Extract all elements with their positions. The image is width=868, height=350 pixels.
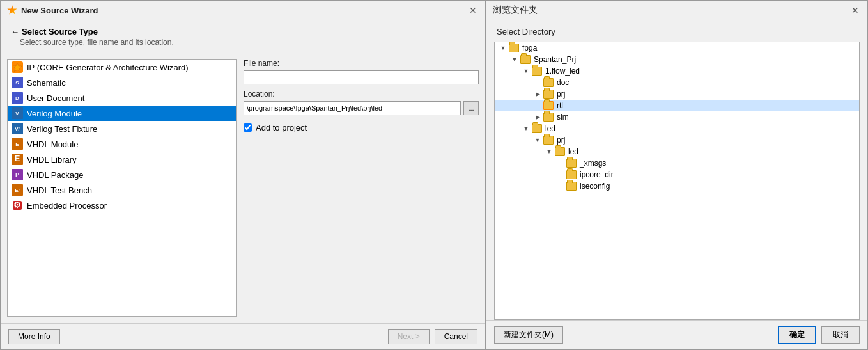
tree-item-ipcore[interactable]: ipcore_dir <box>495 169 859 180</box>
tree-arrow-led: ▼ <box>522 124 531 133</box>
folder-icon-rtl <box>543 101 554 110</box>
tree-label-iseconfig: iseconfig <box>580 182 610 191</box>
folder-icon-sim <box>543 113 554 122</box>
tree-item-prj[interactable]: ▶prj <box>495 88 859 100</box>
source-label-emb: Embedded Processor <box>27 201 107 211</box>
tree-arrow-prj: ▶ <box>533 90 542 99</box>
new-folder-button[interactable]: 新建文件夹(M) <box>494 326 563 344</box>
back-arrow: ← <box>11 27 19 36</box>
source-list-item-vtf[interactable]: V/Verilog Test Fixture <box>8 121 236 136</box>
svg-text:E: E <box>15 154 20 163</box>
source-icon-vtf: V/ <box>12 123 23 134</box>
right-titlebar: 浏览文件夹 ✕ <box>486 1 867 20</box>
tree-label-led: led <box>545 124 555 133</box>
filename-label: File name: <box>244 59 479 68</box>
tree-arrow-sim: ▶ <box>533 113 542 122</box>
source-label-vhdlpkg: VHDL Package <box>27 170 83 180</box>
left-dialog-body: ←Select Source Type Select source type, … <box>1 20 485 323</box>
folder-icon-led <box>532 124 542 133</box>
add-to-project-checkbox[interactable] <box>244 123 252 132</box>
tree-item-prj2[interactable]: ▼prj <box>495 134 859 146</box>
source-label-vhdl: VHDL Module <box>27 139 78 149</box>
filename-group: File name: <box>244 59 479 84</box>
source-icon-vhdl: E <box>12 138 23 150</box>
right-dialog-footer: 新建文件夹(M) 确定 取消 <box>486 320 867 349</box>
source-list-item-vmod[interactable]: VVerilog Module <box>8 106 236 121</box>
tree-item-fpga[interactable]: ▼fpga <box>495 42 859 54</box>
folder-icon-prj2 <box>543 136 554 145</box>
browse-folder-dialog: 浏览文件夹 ✕ Select Directory ▼fpga▼Spantan_P… <box>486 0 868 350</box>
source-icon-ip <box>12 61 23 73</box>
tree-label-fpga: fpga <box>522 44 537 52</box>
folder-icon-fpga <box>509 44 519 52</box>
more-info-button[interactable]: More Info <box>8 329 60 344</box>
left-close-button[interactable]: ✕ <box>467 4 479 16</box>
source-label-vhdltb: VHDL Test Bench <box>27 186 92 195</box>
folder-icon-iseconfig <box>566 182 577 191</box>
source-label-vhdllib: VHDL Library <box>27 155 77 164</box>
source-list-item-sch[interactable]: SSchematic <box>8 75 236 90</box>
tree-label-spantan: Spantan_Prj <box>534 55 576 64</box>
source-list-item-vhdlpkg[interactable]: PVHDL Package <box>8 167 236 182</box>
titlebar-left: New Source Wizard <box>7 5 98 15</box>
folder-icon-xmsgs <box>566 159 577 168</box>
source-list-item-emb[interactable]: ⚙Embedded Processor <box>8 198 236 213</box>
tree-item-spantan[interactable]: ▼Spantan_Prj <box>495 54 859 65</box>
tree-item-iseconfig[interactable]: iseconfig <box>495 180 859 192</box>
source-icon-vhdlpkg: P <box>12 169 23 180</box>
source-list-item-vhdllib[interactable]: EVHDL Library <box>8 152 236 167</box>
folder-icon-led2 <box>555 147 565 156</box>
tree-arrow-spantan: ▼ <box>510 55 519 64</box>
ok-button[interactable]: 确定 <box>778 326 816 344</box>
source-icon-vmod: V <box>12 107 23 119</box>
tree-label-rtl: rtl <box>557 101 563 110</box>
folder-icon-spantan <box>520 55 531 64</box>
tree-item-doc[interactable]: doc <box>495 77 859 88</box>
tree-item-sim[interactable]: ▶sim <box>495 111 859 123</box>
right-cancel-button[interactable]: 取消 <box>821 326 860 344</box>
footer-left: More Info <box>8 329 383 344</box>
next-button[interactable]: Next > <box>388 329 430 344</box>
left-titlebar: New Source Wizard ✕ <box>1 1 485 20</box>
source-label-vmod: Verilog Module <box>27 109 82 118</box>
select-source-title: ←Select Source Type <box>11 27 475 36</box>
directory-tree[interactable]: ▼fpga▼Spantan_Prj▼1.flow_leddoc▶prjrtl▶s… <box>494 42 860 320</box>
tree-label-prj2: prj <box>557 136 565 145</box>
source-list-item-vhdl[interactable]: EVHDL Module <box>8 136 236 152</box>
new-source-wizard-dialog: New Source Wizard ✕ ←Select Source Type … <box>0 0 486 350</box>
tree-label-doc: doc <box>557 78 569 87</box>
tree-item-xmsgs[interactable]: _xmsgs <box>495 157 859 169</box>
tree-arrow-doc <box>533 78 542 87</box>
tree-label-flow_led: 1.flow_led <box>545 67 580 76</box>
cancel-button[interactable]: Cancel <box>435 329 477 344</box>
tree-item-led[interactable]: ▼led <box>495 123 859 134</box>
dialog-content: IP (CORE Generator & Architecture Wizard… <box>1 52 485 323</box>
tree-item-led2[interactable]: ▼led <box>495 146 859 157</box>
right-close-button[interactable]: ✕ <box>849 4 861 16</box>
tree-item-flow_led[interactable]: ▼1.flow_led <box>495 65 859 77</box>
add-to-project-label: Add to project <box>256 123 307 132</box>
svg-text:⚙: ⚙ <box>13 200 21 210</box>
folder-icon-prj <box>543 90 554 99</box>
browse-button[interactable]: ... <box>463 101 479 115</box>
source-label-sch: Schematic <box>27 78 66 88</box>
filename-input[interactable] <box>244 70 479 84</box>
tree-label-xmsgs: _xmsgs <box>580 159 606 168</box>
source-icon-sch: S <box>12 77 23 88</box>
location-input[interactable] <box>244 101 461 115</box>
footer-right: Next > Cancel <box>388 329 477 344</box>
tree-label-led2: led <box>568 147 578 156</box>
left-dialog-footer: More Info Next > Cancel <box>1 323 485 349</box>
location-label: Location: <box>244 90 479 99</box>
location-row: ... <box>244 101 479 115</box>
source-list-item-vhdltb[interactable]: E/VHDL Test Bench <box>8 182 236 198</box>
tree-item-rtl[interactable]: rtl <box>495 100 859 111</box>
tree-label-ipcore: ipcore_dir <box>580 170 614 179</box>
tree-arrow-iseconfig <box>556 182 565 191</box>
right-panel: File name: Location: ... Add to project <box>244 59 479 317</box>
source-label-ip: IP (CORE Generator & Architecture Wizard… <box>27 63 189 72</box>
source-list-item-ip[interactable]: IP (CORE Generator & Architecture Wizard… <box>8 60 236 75</box>
source-icon-emb: ⚙ <box>12 200 23 211</box>
source-list-item-doc[interactable]: DUser Document <box>8 90 236 106</box>
wizard-icon <box>7 5 17 15</box>
